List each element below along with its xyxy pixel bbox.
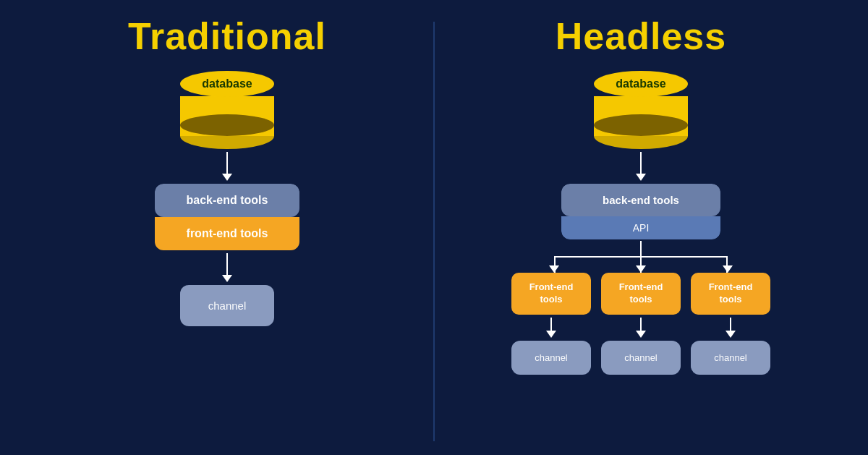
branch-head-right <box>723 265 733 273</box>
headless-backend-api-stack: back-end tools API <box>561 184 720 239</box>
branch-head-left <box>549 265 559 273</box>
headless-col1-arrow <box>546 318 556 338</box>
db-top-ellipse: database <box>180 71 274 97</box>
col1-arrow-line <box>550 318 552 331</box>
headless-db-label: database <box>616 77 665 90</box>
traditional-frontend-box: front-end tools <box>155 217 299 250</box>
headless-frontend-columns: Front-end tools channel Front-end tools <box>511 273 770 375</box>
col3-arrow-head <box>726 331 736 338</box>
col2-arrow-line <box>640 318 642 331</box>
headless-api-box: API <box>561 216 720 239</box>
headless-col-1: Front-end tools channel <box>511 273 591 375</box>
col3-arrow-line <box>730 318 731 331</box>
traditional-db-label: database <box>202 77 252 90</box>
arrow-line <box>226 152 228 174</box>
traditional-database: database <box>180 71 274 149</box>
traditional-tools-stack: back-end tools front-end tools <box>155 184 299 250</box>
diagram-container: Traditional database back-end tools fron… <box>0 0 868 455</box>
branch-head-mid <box>636 265 646 273</box>
col1-arrow-head <box>546 331 556 338</box>
traditional-backend-box: back-end tools <box>155 184 299 217</box>
traditional-title: Traditional <box>128 14 326 58</box>
headless-arrow-1 <box>636 152 646 181</box>
headless-frontend-box-2: Front-end tools <box>601 273 681 315</box>
headless-title: Headless <box>556 14 726 58</box>
branch-stem <box>640 241 642 257</box>
headless-channel-box-2: channel <box>601 341 681 375</box>
traditional-channel-box: channel <box>180 285 274 326</box>
headless-database: database <box>594 71 688 149</box>
headless-db-top: database <box>594 71 688 97</box>
traditional-arrow-2 <box>222 253 232 282</box>
headless-col2-arrow <box>636 318 646 338</box>
traditional-arrow-1 <box>222 152 232 181</box>
headless-col3-arrow <box>726 318 736 338</box>
headless-col-3: Front-end tools channel <box>691 273 770 375</box>
headless-arrow-line-1 <box>640 152 642 174</box>
headless-arrow-head-1 <box>636 174 646 181</box>
headless-side: Headless database back-end tools API <box>435 14 847 375</box>
headless-frontend-box-1: Front-end tools <box>511 273 591 315</box>
arrow-line-2 <box>226 253 228 275</box>
branch-arrow-container <box>514 241 767 273</box>
headless-col-2: Front-end tools channel <box>601 273 681 375</box>
traditional-side: Traditional database back-end tools fron… <box>21 14 433 326</box>
headless-channel-box-3: channel <box>691 341 770 375</box>
headless-frontend-box-3: Front-end tools <box>691 273 770 315</box>
arrow-head <box>222 174 232 181</box>
col2-arrow-head <box>636 331 646 338</box>
headless-backend-box: back-end tools <box>561 184 720 216</box>
arrow-head-2 <box>222 275 232 282</box>
headless-channel-box-1: channel <box>511 341 591 375</box>
